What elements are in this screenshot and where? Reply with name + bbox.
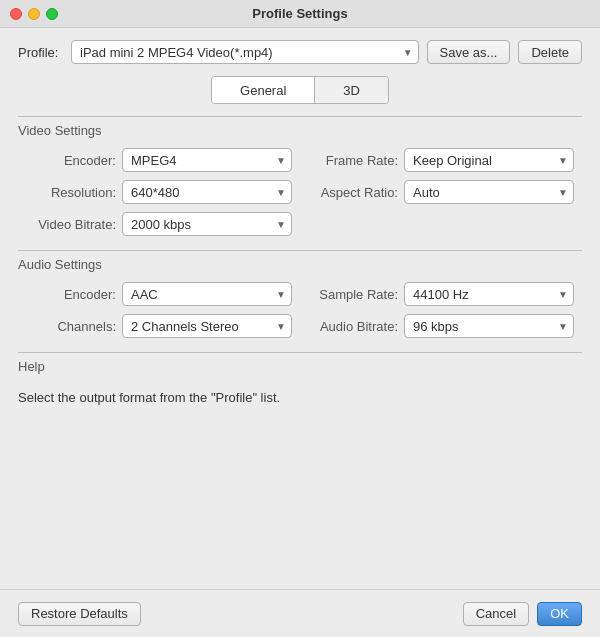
resolution-label: Resolution: — [26, 185, 116, 200]
profile-label: Profile: — [18, 45, 63, 60]
traffic-lights — [10, 8, 58, 20]
tabs-row: General 3D — [18, 76, 582, 104]
resolution-select[interactable]: 640*4801280*7201920*1080 — [122, 180, 292, 204]
audio-settings-title: Audio Settings — [18, 257, 582, 272]
samplerate-label: Sample Rate: — [308, 287, 398, 302]
audio-settings-section: Audio Settings Encoder: AACMP3AC3 ▼ Samp… — [18, 250, 582, 338]
samplerate-row: Sample Rate: 44100 Hz48000 Hz22050 Hz ▼ — [308, 282, 574, 306]
aspectratio-label: Aspect Ratio: — [308, 185, 398, 200]
resolution-select-wrapper: 640*4801280*7201920*1080 ▼ — [122, 180, 292, 204]
audio-encoder-label: Encoder: — [26, 287, 116, 302]
framerate-row: Frame Rate: Keep Original243060 ▼ — [308, 148, 574, 172]
window-title: Profile Settings — [252, 6, 347, 21]
profile-row: Profile: iPad mini 2 MPEG4 Video(*.mp4) … — [18, 40, 582, 64]
samplerate-select-wrapper: 44100 Hz48000 Hz22050 Hz ▼ — [404, 282, 574, 306]
profile-select[interactable]: iPad mini 2 MPEG4 Video(*.mp4) iPhone MP… — [71, 40, 419, 64]
footer-right-buttons: Cancel OK — [463, 602, 582, 626]
videobitrate-select[interactable]: 2000 kbps4000 kbps8000 kbps — [122, 212, 292, 236]
close-button[interactable] — [10, 8, 22, 20]
empty-cell-video — [308, 212, 574, 236]
audio-encoder-select-wrapper: AACMP3AC3 ▼ — [122, 282, 292, 306]
video-settings-title: Video Settings — [18, 123, 582, 138]
channels-select-wrapper: 2 Channels Stereo1 Channel Mono ▼ — [122, 314, 292, 338]
minimize-button[interactable] — [28, 8, 40, 20]
video-settings-grid: Encoder: MPEG4H.264H.265 ▼ Frame Rate: K… — [18, 148, 582, 236]
delete-button[interactable]: Delete — [518, 40, 582, 64]
help-title: Help — [18, 359, 582, 374]
videobitrate-select-wrapper: 2000 kbps4000 kbps8000 kbps ▼ — [122, 212, 292, 236]
encoder-row: Encoder: MPEG4H.264H.265 ▼ — [26, 148, 292, 172]
framerate-label: Frame Rate: — [308, 153, 398, 168]
encoder-select[interactable]: MPEG4H.264H.265 — [122, 148, 292, 172]
title-bar: Profile Settings — [0, 0, 600, 28]
tab-general[interactable]: General — [212, 77, 315, 103]
main-content: Profile: iPad mini 2 MPEG4 Video(*.mp4) … — [0, 28, 600, 438]
aspectratio-row: Aspect Ratio: Auto16:94:3 ▼ — [308, 180, 574, 204]
audiobitrate-select-wrapper: 96 kbps128 kbps192 kbps ▼ — [404, 314, 574, 338]
videobitrate-row: Video Bitrate: 2000 kbps4000 kbps8000 kb… — [26, 212, 292, 236]
encoder-label: Encoder: — [26, 153, 116, 168]
framerate-select-wrapper: Keep Original243060 ▼ — [404, 148, 574, 172]
profile-select-wrapper: iPad mini 2 MPEG4 Video(*.mp4) iPhone MP… — [71, 40, 419, 64]
aspectratio-select[interactable]: Auto16:94:3 — [404, 180, 574, 204]
channels-select[interactable]: 2 Channels Stereo1 Channel Mono — [122, 314, 292, 338]
channels-label: Channels: — [26, 319, 116, 334]
tab-3d[interactable]: 3D — [315, 77, 388, 103]
videobitrate-label: Video Bitrate: — [26, 217, 116, 232]
encoder-select-wrapper: MPEG4H.264H.265 ▼ — [122, 148, 292, 172]
ok-button[interactable]: OK — [537, 602, 582, 626]
tabs-group: General 3D — [211, 76, 389, 104]
restore-defaults-button[interactable]: Restore Defaults — [18, 602, 141, 626]
resolution-row: Resolution: 640*4801280*7201920*1080 ▼ — [26, 180, 292, 204]
audiobitrate-row: Audio Bitrate: 96 kbps128 kbps192 kbps ▼ — [308, 314, 574, 338]
channels-row: Channels: 2 Channels Stereo1 Channel Mon… — [26, 314, 292, 338]
audio-settings-grid: Encoder: AACMP3AC3 ▼ Sample Rate: 44100 … — [18, 282, 582, 338]
footer: Restore Defaults Cancel OK — [0, 589, 600, 637]
audiobitrate-label: Audio Bitrate: — [308, 319, 398, 334]
samplerate-select[interactable]: 44100 Hz48000 Hz22050 Hz — [404, 282, 574, 306]
save-as-button[interactable]: Save as... — [427, 40, 511, 64]
framerate-select[interactable]: Keep Original243060 — [404, 148, 574, 172]
help-section: Help Select the output format from the "… — [18, 352, 582, 412]
help-text: Select the output format from the "Profi… — [18, 384, 582, 412]
audio-encoder-select[interactable]: AACMP3AC3 — [122, 282, 292, 306]
aspectratio-select-wrapper: Auto16:94:3 ▼ — [404, 180, 574, 204]
audio-encoder-row: Encoder: AACMP3AC3 ▼ — [26, 282, 292, 306]
video-settings-section: Video Settings Encoder: MPEG4H.264H.265 … — [18, 116, 582, 236]
cancel-button[interactable]: Cancel — [463, 602, 529, 626]
audiobitrate-select[interactable]: 96 kbps128 kbps192 kbps — [404, 314, 574, 338]
maximize-button[interactable] — [46, 8, 58, 20]
